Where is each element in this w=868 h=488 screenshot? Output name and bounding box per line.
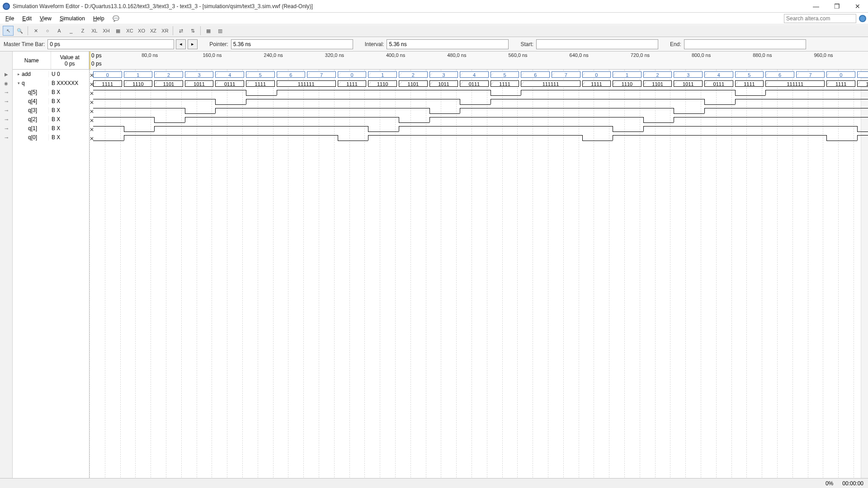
wave-row: ✕ — [90, 107, 868, 116]
name-column-header[interactable]: Name — [13, 52, 51, 69]
waveform-area[interactable]: 0 ps 0 ps 80,0 ns160,0 ns240,0 ns320,0 n… — [90, 52, 868, 488]
search-input[interactable] — [784, 14, 856, 23]
tool-icon[interactable]: XO — [136, 26, 147, 36]
bus-segment: 6 — [765, 71, 794, 78]
pointer-input[interactable] — [231, 39, 353, 49]
ruler-origin-2: 0 ps — [91, 61, 102, 67]
tool-icon[interactable]: XR — [160, 26, 170, 36]
signal-row[interactable]: q[0]B X — [13, 133, 89, 142]
wave-row: ✕ — [90, 125, 868, 134]
master-time-input[interactable] — [47, 39, 174, 49]
app-icon — [3, 3, 10, 10]
ruler-tick: 960,0 ns — [814, 52, 833, 58]
bus-segment: 111111 — [277, 80, 336, 87]
bus-segment: 5 — [246, 71, 275, 78]
bus-segment: 2 — [154, 71, 183, 78]
ruler-tick: 720,0 ns — [631, 52, 650, 58]
expand-icon[interactable]: ▸ — [16, 72, 21, 76]
tool-icon[interactable]: ▦ — [113, 26, 123, 36]
close-button[interactable]: ✕ — [847, 0, 868, 13]
interval-input[interactable] — [387, 39, 509, 49]
signal-row[interactable]: q[2]B X — [13, 115, 89, 124]
value-column-header[interactable]: Value at 0 ps — [51, 52, 90, 69]
signal-name: q[3] — [28, 107, 37, 113]
signal-panel: Name Value at 0 ps ▸addU 0▾qB XXXXXXq[5]… — [13, 52, 90, 488]
tool-icon[interactable]: XC — [124, 26, 135, 36]
ruler-tick: 80,0 ns — [142, 52, 158, 58]
signal-type-icon-column: ▶ ◉ ⊸ ⊸ ⊸ ⊸ ⊸ ⊸ — [0, 52, 13, 488]
menu-simulation[interactable]: Simulation — [56, 14, 89, 23]
minimize-button[interactable]: — — [806, 0, 826, 13]
waveform-canvas[interactable]: ✕0123456701234567012345670123456701✕1111… — [90, 70, 868, 488]
tool-icon[interactable]: XL — [89, 26, 100, 36]
tool-icon[interactable]: ⇄ — [175, 26, 186, 36]
ruler-tick: 240,0 ns — [264, 52, 283, 58]
signal-bit-icon: ⊸ — [0, 97, 12, 106]
signal-name: q — [22, 80, 25, 86]
zoom-tool-icon[interactable]: 🔍 — [14, 26, 25, 36]
menu-feedback-icon[interactable]: 💬 — [109, 14, 123, 23]
globe-icon[interactable] — [859, 15, 866, 22]
bus-segment: 1101 — [154, 80, 183, 87]
signal-value: B XXXXXX — [49, 80, 89, 86]
end-label: End: — [670, 41, 682, 47]
signal-value: B X — [49, 89, 89, 95]
menu-help[interactable]: Help — [90, 14, 108, 23]
bus-segment: 1110 — [857, 80, 868, 87]
bus-segment: 0 — [582, 71, 611, 78]
pointer-tool-icon[interactable]: ↖ — [3, 26, 14, 36]
start-input[interactable] — [536, 39, 658, 49]
signal-row[interactable]: q[1]B X — [13, 124, 89, 133]
bus-segment: 2 — [643, 71, 672, 78]
bus-segment: 1111 — [735, 80, 764, 87]
tool-icon[interactable]: Z — [77, 26, 88, 36]
tool-icon[interactable]: ⎯ — [66, 26, 76, 36]
menu-edit[interactable]: Edit — [19, 14, 35, 23]
signal-row[interactable]: ▾qB XXXXXX — [13, 79, 89, 88]
tool-icon[interactable]: XH — [101, 26, 112, 36]
time-ruler[interactable]: 0 ps 0 ps 80,0 ns160,0 ns240,0 ns320,0 n… — [90, 52, 868, 70]
bus-segment: 1 — [857, 71, 868, 78]
expand-icon[interactable]: ▾ — [16, 81, 21, 85]
signal-value: B X — [49, 98, 89, 104]
window-titlebar: Simulation Waveform Editor - D:/Quartus1… — [0, 0, 868, 13]
signal-name: q[0] — [28, 134, 37, 141]
menu-file[interactable]: File — [2, 14, 18, 23]
master-time-label: Master Time Bar: — [4, 41, 46, 47]
tool-icon[interactable]: ▦ — [203, 26, 214, 36]
end-input[interactable] — [684, 39, 806, 49]
wave-row: ✕0123456701234567012345670123456701 — [90, 70, 868, 80]
tool-icon[interactable]: ✕ — [30, 26, 41, 36]
signal-row[interactable]: q[5]B X — [13, 88, 89, 97]
status-time: 00:00:00 — [842, 480, 863, 487]
bus-segment: 4 — [460, 71, 489, 78]
bus-segment: 111111 — [765, 80, 825, 87]
time-prev-button[interactable]: ◂ — [176, 39, 186, 49]
maximize-button[interactable]: ❐ — [826, 0, 847, 13]
pointer-label: Pointer: — [209, 41, 229, 47]
time-next-button[interactable]: ▸ — [188, 39, 198, 49]
status-percent: 0% — [826, 480, 833, 487]
tool-icon[interactable]: ○ — [42, 26, 53, 36]
tool-icon[interactable]: ⇅ — [187, 26, 198, 36]
signal-row[interactable]: ▸addU 0 — [13, 70, 89, 79]
tool-icon[interactable]: A — [54, 26, 65, 36]
bus-segment: 1011 — [429, 80, 458, 87]
signal-row[interactable]: q[4]B X — [13, 97, 89, 106]
ruler-tick: 560,0 ns — [508, 52, 527, 58]
signal-bit-icon: ⊸ — [0, 133, 12, 142]
wave-row: ✕ — [90, 116, 868, 125]
wave-row: ✕ — [90, 134, 868, 143]
signal-row[interactable]: q[3]B X — [13, 106, 89, 115]
menu-bar: File Edit View Simulation Help 💬 — [0, 13, 868, 24]
bus-segment: 7 — [796, 71, 825, 78]
signal-bit-icon: ⊸ — [0, 124, 12, 133]
bus-segment: 0111 — [704, 80, 733, 87]
menu-view[interactable]: View — [36, 14, 55, 23]
start-label: Start: — [520, 41, 534, 47]
signal-bit-icon: ⊸ — [0, 106, 12, 115]
signal-name: q[1] — [28, 125, 37, 131]
time-cursor[interactable] — [90, 52, 90, 69]
tool-icon[interactable]: ▥ — [215, 26, 226, 36]
tool-icon[interactable]: XZ — [148, 26, 159, 36]
